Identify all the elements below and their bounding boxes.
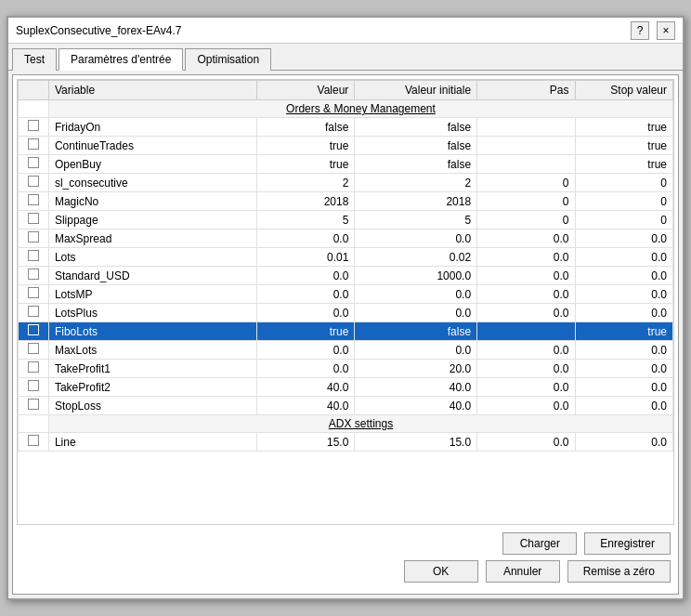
table-row[interactable]: MaxLots 0.0 0.0 0.0 0.0 xyxy=(19,341,673,360)
row-pas: 0.0 xyxy=(477,248,575,267)
close-button[interactable]: × xyxy=(657,21,675,40)
row-stop: true xyxy=(575,137,672,155)
row-checkbox-cell[interactable] xyxy=(19,433,49,452)
enregistrer-button[interactable]: Enregistrer xyxy=(584,532,671,555)
parameters-table: Variable Valeur Valeur initiale Pas Stop… xyxy=(18,80,673,452)
row-checkbox-cell[interactable] xyxy=(19,174,49,192)
row-checkbox[interactable] xyxy=(28,306,39,317)
help-button[interactable]: ? xyxy=(631,21,649,40)
tab-parametres[interactable]: Paramètres d'entrée xyxy=(59,48,183,71)
row-stop: true xyxy=(575,155,672,174)
table-row[interactable]: FiboLots true false true xyxy=(19,322,673,341)
ok-button[interactable]: OK xyxy=(404,560,478,583)
row-checkbox-cell[interactable] xyxy=(19,397,49,415)
row-checkbox[interactable] xyxy=(28,194,39,205)
row-valeur: true xyxy=(256,322,354,341)
row-variable: LotsMP xyxy=(48,285,256,304)
table-row[interactable]: LotsPlus 0.0 0.0 0.0 0.0 xyxy=(19,304,673,322)
row-checkbox-cell[interactable] xyxy=(19,137,49,155)
row-checkbox-cell[interactable] xyxy=(19,248,49,267)
table-row[interactable]: ContinueTrades true false true xyxy=(19,137,673,155)
tab-bar: Test Paramètres d'entrée Optimisation xyxy=(8,44,683,71)
row-checkbox[interactable] xyxy=(28,138,39,150)
table-row[interactable]: Orders & Money Management xyxy=(19,100,673,118)
row-checkbox[interactable] xyxy=(28,269,39,280)
col-pas-header: Pas xyxy=(477,81,575,100)
row-checkbox[interactable] xyxy=(28,435,39,446)
table-row[interactable]: Standard_USD 0.0 1000.0 0.0 0.0 xyxy=(19,267,673,285)
row-checkbox[interactable] xyxy=(28,176,39,187)
parameters-table-container[interactable]: Variable Valeur Valeur initiale Pas Stop… xyxy=(17,79,674,525)
row-variable: MaxLots xyxy=(48,341,256,360)
table-row[interactable]: LotsMP 0.0 0.0 0.0 0.0 xyxy=(19,285,673,304)
row-valeur: 40.0 xyxy=(256,378,354,397)
table-row[interactable]: StopLoss 40.0 40.0 0.0 0.0 xyxy=(19,397,673,415)
row-pas: 0.0 xyxy=(477,267,575,285)
row-initiale: 2018 xyxy=(355,192,477,211)
table-row[interactable]: OpenBuy true false true xyxy=(19,155,673,174)
table-row[interactable]: Slippage 5 5 0 0 xyxy=(19,211,673,229)
row-checkbox-cell[interactable] xyxy=(19,322,49,341)
footer-row-1: Charger Enregistrer xyxy=(20,532,671,555)
charger-button[interactable]: Charger xyxy=(502,532,577,555)
remise-button[interactable]: Remise a zéro xyxy=(567,560,671,583)
row-pas xyxy=(477,137,575,155)
tab-test[interactable]: Test xyxy=(12,48,57,71)
row-checkbox-cell xyxy=(19,415,49,433)
tab-optimisation[interactable]: Optimisation xyxy=(185,48,271,71)
row-variable: StopLoss xyxy=(48,397,256,415)
row-stop: 0 xyxy=(575,211,672,229)
table-row[interactable]: TakeProfit2 40.0 40.0 0.0 0.0 xyxy=(19,378,673,397)
row-checkbox[interactable] xyxy=(28,399,39,410)
row-variable: ContinueTrades xyxy=(48,137,256,155)
row-checkbox-cell xyxy=(19,100,49,118)
row-pas: 0.0 xyxy=(477,360,575,378)
col-valeur-header: Valeur xyxy=(256,81,354,100)
table-row[interactable]: sl_consecutive 2 2 0 0 xyxy=(19,174,673,192)
row-checkbox[interactable] xyxy=(28,361,39,373)
table-row[interactable]: ADX settings xyxy=(19,415,673,433)
row-variable: TakeProfit2 xyxy=(48,378,256,397)
row-stop: 0.0 xyxy=(575,433,672,452)
row-valeur: false xyxy=(256,118,354,137)
table-row[interactable]: MagicNo 2018 2018 0 0 xyxy=(19,192,673,211)
row-checkbox-cell[interactable] xyxy=(19,378,49,397)
footer-row-2: OK Annuler Remise a zéro xyxy=(20,560,671,583)
row-checkbox[interactable] xyxy=(28,213,39,224)
table-row[interactable]: Lots 0.01 0.02 0.0 0.0 xyxy=(19,248,673,267)
row-stop: 0.0 xyxy=(575,304,672,322)
row-checkbox[interactable] xyxy=(28,324,39,335)
row-pas: 0.0 xyxy=(477,378,575,397)
row-stop: 0.0 xyxy=(575,248,672,267)
row-checkbox-cell[interactable] xyxy=(19,229,49,248)
row-valeur: true xyxy=(256,137,354,155)
row-pas: 0.0 xyxy=(477,433,575,452)
row-checkbox[interactable] xyxy=(28,287,39,298)
row-checkbox[interactable] xyxy=(28,380,39,391)
row-checkbox-cell[interactable] xyxy=(19,360,49,378)
row-stop: 0 xyxy=(575,174,672,192)
annuler-button[interactable]: Annuler xyxy=(486,560,560,583)
row-initiale: 2 xyxy=(355,174,477,192)
row-checkbox[interactable] xyxy=(28,343,39,354)
row-checkbox-cell[interactable] xyxy=(19,267,49,285)
row-checkbox[interactable] xyxy=(28,157,39,168)
row-checkbox-cell[interactable] xyxy=(19,192,49,211)
row-checkbox[interactable] xyxy=(28,231,39,242)
row-checkbox-cell[interactable] xyxy=(19,155,49,174)
table-row[interactable]: TakeProfit1 0.0 20.0 0.0 0.0 xyxy=(19,360,673,378)
row-checkbox[interactable] xyxy=(28,120,39,131)
row-checkbox-cell[interactable] xyxy=(19,341,49,360)
col-variable-header: Variable xyxy=(48,81,256,100)
row-checkbox-cell[interactable] xyxy=(19,285,49,304)
row-checkbox-cell[interactable] xyxy=(19,211,49,229)
table-row[interactable]: Line 15.0 15.0 0.0 0.0 xyxy=(19,433,673,452)
row-valeur: 0.0 xyxy=(256,229,354,248)
section-header: ADX settings xyxy=(48,415,672,433)
row-checkbox-cell[interactable] xyxy=(19,118,49,137)
table-row[interactable]: MaxSpread 0.0 0.0 0.0 0.0 xyxy=(19,229,673,248)
row-checkbox[interactable] xyxy=(28,250,39,261)
row-checkbox-cell[interactable] xyxy=(19,304,49,322)
table-row[interactable]: FridayOn false false true xyxy=(19,118,673,137)
row-valeur: 0.0 xyxy=(256,360,354,378)
